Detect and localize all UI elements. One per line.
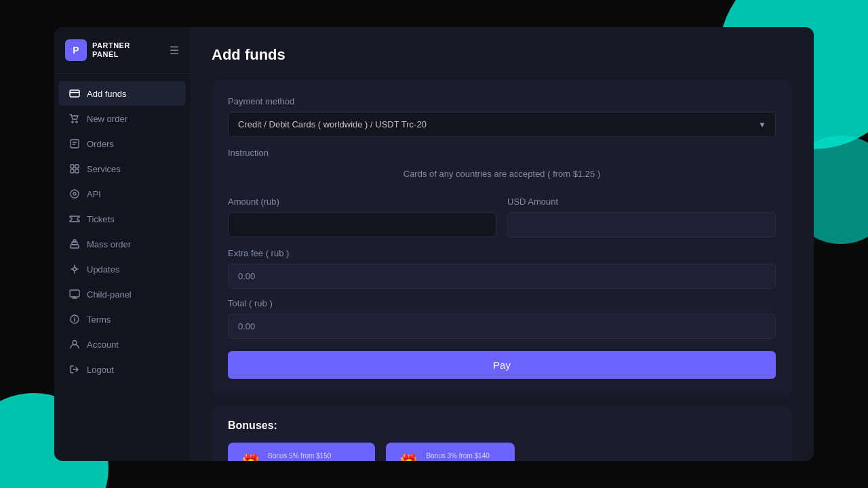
- tickets-icon: [69, 214, 80, 224]
- pay-button[interactable]: Pay: [228, 351, 776, 379]
- app-container: P PARTNERPANEL ☰ Add fundsNew orderOrder…: [54, 27, 814, 461]
- sidebar-item-label-new-order: New order: [87, 114, 127, 124]
- sidebar-item-label-account: Account: [87, 340, 119, 350]
- sidebar-item-services[interactable]: Services: [58, 157, 186, 181]
- svg-rect-7: [71, 165, 74, 168]
- add-funds-icon: [69, 88, 80, 99]
- sidebar-item-label-orders: Orders: [87, 139, 114, 149]
- usd-amount-field: USD Amount: [507, 197, 776, 237]
- sidebar-item-updates[interactable]: Updates: [58, 257, 186, 281]
- bonus-subtitle-1: Bonus 3% from $140: [426, 452, 489, 460]
- sidebar-item-mass-order[interactable]: Mass order: [58, 232, 186, 256]
- sidebar-item-label-terms: Terms: [87, 314, 111, 325]
- sidebar-item-label-api: API: [87, 189, 101, 199]
- gift-icon-0: 🎁: [241, 453, 260, 461]
- bonuses-card: Bonuses: 🎁 Bonus 5% from $150 Coinbase |…: [212, 406, 792, 461]
- svg-rect-0: [70, 90, 79, 97]
- sidebar-item-orders[interactable]: Orders: [58, 131, 186, 156]
- payment-method-label: Payment method: [228, 96, 776, 106]
- bonus-items: 🎁 Bonus 5% from $150 Coinbase | PM USD 🎁…: [228, 443, 776, 461]
- mass-order-icon: [69, 239, 80, 249]
- sidebar-item-api[interactable]: API: [58, 182, 186, 206]
- sidebar-item-label-child-panel: Child-panel: [87, 289, 132, 300]
- account-icon: [69, 339, 80, 350]
- sidebar: P PARTNERPANEL ☰ Add fundsNew orderOrder…: [54, 27, 190, 461]
- amount-rub-input[interactable]: [228, 212, 496, 237]
- svg-rect-17: [70, 290, 79, 297]
- terms-icon: [69, 314, 80, 325]
- sidebar-item-label-mass-order: Mass order: [87, 239, 131, 249]
- bonus-info-0: Bonus 5% from $150 Coinbase | PM USD: [268, 452, 361, 461]
- sidebar-item-label-tickets: Tickets: [87, 214, 115, 224]
- svg-point-11: [71, 190, 79, 198]
- extra-fee-section: Extra fee ( rub ): [228, 248, 776, 289]
- svg-point-3: [76, 121, 77, 123]
- extra-fee-input: [228, 264, 776, 289]
- svg-rect-9: [71, 169, 74, 173]
- logo-area: P PARTNERPANEL: [65, 39, 130, 61]
- page-title: Add funds: [212, 46, 792, 64]
- sidebar-item-label-add-funds: Add funds: [87, 89, 127, 99]
- usd-amount-input: [507, 212, 776, 237]
- sidebar-nav: Add fundsNew orderOrdersServicesAPITicke…: [54, 74, 190, 461]
- child-panel-icon: [69, 289, 80, 300]
- sidebar-item-label-services: Services: [87, 164, 121, 174]
- new-order-icon: [69, 113, 80, 124]
- sidebar-item-tickets[interactable]: Tickets: [58, 207, 186, 231]
- total-section: Total ( rub ): [228, 298, 776, 339]
- payment-method-section: Payment method Credit / Debit Cards ( wo…: [228, 96, 776, 137]
- api-icon: [69, 188, 80, 199]
- updates-icon: [69, 264, 80, 274]
- instruction-label: Instruction: [228, 148, 776, 158]
- sidebar-item-new-order[interactable]: New order: [58, 106, 186, 131]
- add-funds-card: Payment method Credit / Debit Cards ( wo…: [212, 80, 792, 395]
- bonus-item-0[interactable]: 🎁 Bonus 5% from $150 Coinbase | PM USD: [228, 443, 375, 461]
- svg-rect-13: [71, 245, 79, 248]
- sidebar-item-child-panel[interactable]: Child-panel: [58, 282, 186, 306]
- main-content: Add funds Payment method Credit / Debit …: [190, 27, 814, 461]
- sidebar-item-label-updates: Updates: [87, 264, 119, 274]
- instruction-text: Cards of any countries are accepted ( fr…: [228, 163, 776, 184]
- svg-point-22: [74, 317, 75, 318]
- svg-point-12: [73, 192, 76, 195]
- logout-icon: [69, 364, 80, 375]
- total-input: [228, 314, 776, 339]
- amount-rub-label: Amount (rub): [228, 197, 496, 207]
- svg-point-2: [72, 121, 73, 123]
- svg-rect-15: [73, 240, 76, 242]
- payment-method-select[interactable]: Credit / Debit Cards ( worldwide ) / USD…: [228, 112, 776, 137]
- sidebar-item-logout[interactable]: Logout: [58, 357, 186, 382]
- svg-rect-10: [75, 169, 79, 173]
- sidebar-item-label-logout: Logout: [87, 365, 114, 375]
- payment-method-wrapper: Credit / Debit Cards ( worldwide ) / USD…: [228, 112, 776, 137]
- bonus-item-1[interactable]: 🎁 Bonus 3% from $140 PAYEER: [386, 443, 515, 461]
- services-icon: [69, 163, 80, 174]
- sidebar-item-account[interactable]: Account: [58, 332, 186, 357]
- orders-icon: [69, 138, 80, 149]
- bonuses-title: Bonuses:: [228, 420, 776, 432]
- bonus-subtitle-0: Bonus 5% from $150: [268, 452, 361, 460]
- sidebar-item-terms[interactable]: Terms: [58, 307, 186, 331]
- usd-amount-label: USD Amount: [507, 197, 776, 207]
- svg-point-23: [73, 341, 77, 345]
- logo-icon: P: [65, 39, 87, 61]
- svg-rect-8: [75, 165, 79, 168]
- bonus-info-1: Bonus 3% from $140 PAYEER: [426, 452, 489, 461]
- gift-icon-1: 🎁: [399, 453, 418, 461]
- amount-rub-field: Amount (rub): [228, 197, 496, 237]
- total-label: Total ( rub ): [228, 298, 776, 308]
- svg-rect-4: [71, 140, 79, 148]
- logo-text: PARTNERPANEL: [92, 41, 130, 59]
- instruction-section: Instruction Cards of any countries are a…: [228, 148, 776, 184]
- sidebar-header: P PARTNERPANEL ☰: [54, 27, 190, 74]
- extra-fee-label: Extra fee ( rub ): [228, 248, 776, 258]
- hamburger-icon[interactable]: ☰: [170, 44, 179, 57]
- sidebar-item-add-funds[interactable]: Add funds: [58, 81, 186, 106]
- amount-row: Amount (rub) USD Amount: [228, 197, 776, 237]
